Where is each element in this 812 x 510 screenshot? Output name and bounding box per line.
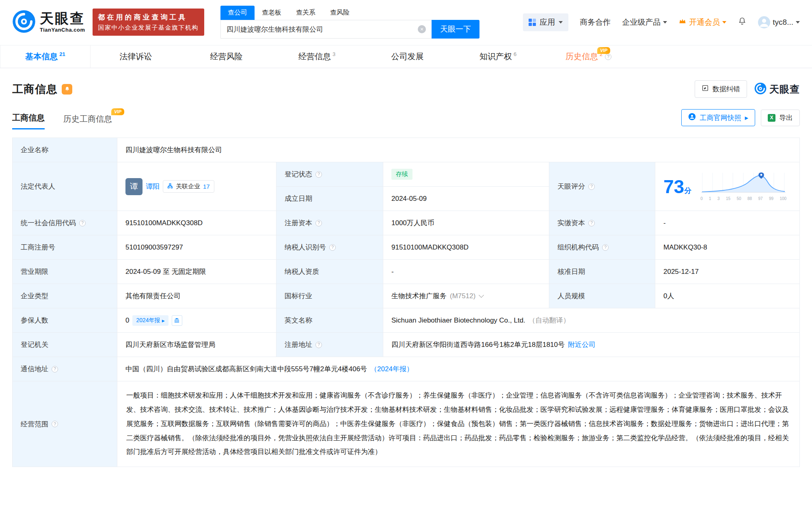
help-icon[interactable]: ? xyxy=(79,220,86,226)
tab-count: 3 xyxy=(333,51,335,57)
search-tab-relation[interactable]: 查关系 xyxy=(289,6,323,20)
page: 天眼查 TianYanCha.com 都在用的商业查询工具 国家中小企业发展子基… xyxy=(0,0,812,467)
tab-basic-info[interactable]: 基本信息 21 xyxy=(0,45,91,68)
avatar xyxy=(758,16,770,28)
field-label-credit-code: 统一社会信用代码? xyxy=(13,211,117,235)
field-value-company-type: 其他有限责任公司 xyxy=(117,284,276,308)
field-label-insured: 参保人数 xyxy=(13,308,117,333)
search-tab-company[interactable]: 查公司 xyxy=(220,6,255,20)
notifications-bell[interactable] xyxy=(738,17,747,28)
help-icon[interactable]: ? xyxy=(52,366,58,372)
legal-rep-avatar[interactable]: 谭 xyxy=(125,178,143,195)
annual-report-badge[interactable]: 2024年报▸ xyxy=(132,315,168,326)
tianyancha-mini-icon xyxy=(754,82,767,96)
tab-legal-litigation[interactable]: 法律诉讼 xyxy=(91,45,181,68)
section-title: 工商信息 xyxy=(12,82,58,97)
help-icon[interactable]: ? xyxy=(329,244,336,251)
subscribe-bell-icon[interactable] xyxy=(62,84,72,95)
subtab-row: 工商信息 历史工商信息 VIP 工商官网快照 ▸ X 导出 xyxy=(12,109,800,129)
help-icon[interactable]: ? xyxy=(605,54,611,60)
auto-translate-note: （自动翻译） xyxy=(529,316,570,325)
field-value-reg-number: 510109003597297 xyxy=(117,235,276,260)
user-menu[interactable]: tyc8... xyxy=(758,16,800,28)
vip-badge: VIP xyxy=(597,47,610,54)
help-icon[interactable]: ? xyxy=(315,220,322,226)
field-value-staff-size: 0人 xyxy=(655,284,800,308)
related-companies-tag[interactable]: 关联企业 17 xyxy=(163,180,214,193)
section-header: 工商信息 数据纠错 天眼查 xyxy=(12,80,800,98)
field-value-reg-capital: 1000万人民币 xyxy=(383,211,549,235)
clear-search-icon[interactable]: × xyxy=(418,25,426,33)
search-tab-boss[interactable]: 查老板 xyxy=(255,6,289,20)
export-button[interactable]: X 导出 xyxy=(761,110,800,126)
help-icon[interactable]: ? xyxy=(588,183,595,190)
subtab-actions: 工商官网快照 ▸ X 导出 xyxy=(681,109,800,129)
related-label: 关联企业 xyxy=(176,183,200,190)
search-button[interactable]: 天眼一下 xyxy=(432,20,479,39)
apps-grid-icon xyxy=(529,19,536,26)
logo-subtitle: TianYanCha.com xyxy=(40,27,85,33)
apps-label: 应用 xyxy=(540,17,555,28)
field-label-reg-status: 登记状态? xyxy=(276,162,383,187)
nav-business-cooperation[interactable]: 商务合作 xyxy=(580,17,611,28)
field-label-company-name: 企业名称 xyxy=(13,138,117,162)
help-icon[interactable]: ? xyxy=(52,421,58,427)
field-value-business-term: 2024-05-09 至 无固定期限 xyxy=(117,260,276,284)
chevron-down-icon xyxy=(663,21,667,24)
field-value-paid-capital: - xyxy=(655,211,800,235)
chevron-down-icon xyxy=(722,21,726,24)
subtab-business-info[interactable]: 工商信息 xyxy=(12,112,45,129)
field-value-company-name: 四川婕波噻尔生物科技有限公司 xyxy=(117,138,800,162)
nearby-companies-link[interactable]: 附近公司 xyxy=(568,340,596,349)
data-correction-button[interactable]: 数据纠错 xyxy=(695,80,747,98)
field-value-reg-address: 四川天府新区华阳街道西寺路166号1栋2单元18层1810号附近公司 xyxy=(383,333,800,357)
nav-open-vip[interactable]: 开通会员 xyxy=(678,17,726,28)
social-security-icon[interactable] xyxy=(172,315,182,326)
tab-company-development[interactable]: 公司发展 xyxy=(362,45,453,68)
field-label-reg-number: 工商注册号 xyxy=(13,235,117,260)
field-label-staff-size: 人员规模 xyxy=(549,284,655,308)
help-icon[interactable]: ? xyxy=(588,220,595,226)
help-icon[interactable]: ? xyxy=(602,244,609,251)
logo-title: 天眼查 xyxy=(40,11,85,25)
field-value-taxpayer-id: 91510100MADKKQ308D xyxy=(383,235,549,260)
annual-report-link[interactable]: （2024年报） xyxy=(370,364,413,374)
crown-icon xyxy=(678,17,687,27)
excel-icon: X xyxy=(768,114,775,122)
edit-doc-icon xyxy=(702,84,709,94)
tianyancha-logo[interactable]: 天眼查 TianYanCha.com xyxy=(12,10,85,35)
help-icon[interactable]: ? xyxy=(315,342,322,348)
subtab-history-business-info[interactable]: 历史工商信息 VIP xyxy=(63,114,112,129)
field-value-business-scope: 一般项目：细胞技术研发和应用；人体干细胞技术开发和应用；健康咨询服务（不含诊疗服… xyxy=(117,381,800,467)
company-nav-tabs: 基本信息 21 法律诉讼 经营风险 经营信息 3 公司发展 知识产权 6 VIP… xyxy=(0,45,812,68)
field-value-score[interactable]: 73分 013155 xyxy=(655,162,800,211)
field-value-reg-authority: 四川天府新区市场监督管理局 xyxy=(117,333,276,357)
chevron-down-icon xyxy=(796,21,800,24)
promo-banner[interactable]: 都在用的商业查询工具 国家中小企业发展子基金旗下机构 xyxy=(93,9,205,36)
field-value-industry: 生物技术推广服务(M7512) xyxy=(383,284,549,308)
tab-count: 21 xyxy=(59,51,65,57)
score-number: 73 xyxy=(663,176,684,197)
section-header-right: 数据纠错 天眼查 xyxy=(695,80,800,98)
tab-operation-risk[interactable]: 经营风险 xyxy=(181,45,272,68)
legal-rep-name-link[interactable]: 谭阳 xyxy=(146,182,160,191)
tab-history-info[interactable]: VIP 历史信息 2 ? xyxy=(543,45,634,68)
tab-label: 历史信息 xyxy=(566,51,598,62)
tab-operation-info[interactable]: 经营信息 3 xyxy=(272,45,362,68)
field-label-reg-address: 注册地址? xyxy=(276,333,383,357)
tab-intellectual-property[interactable]: 知识产权 6 xyxy=(453,45,543,68)
field-label-company-type: 企业类型 xyxy=(13,284,117,308)
brand-watermark: 天眼查 xyxy=(754,82,800,96)
official-snapshot-button[interactable]: 工商官网快照 ▸ xyxy=(681,109,755,126)
tab-label: 知识产权 xyxy=(479,51,512,62)
open-vip-label: 开通会员 xyxy=(689,17,720,28)
tab-label: 公司发展 xyxy=(391,51,424,62)
apps-menu[interactable]: 应用 xyxy=(523,13,568,31)
enterprise-products-label: 企业级产品 xyxy=(622,17,661,28)
search-tab-risk[interactable]: 查风险 xyxy=(323,6,357,20)
nav-enterprise-products[interactable]: 企业级产品 xyxy=(622,17,667,28)
help-icon[interactable]: ? xyxy=(315,171,322,178)
search-input[interactable] xyxy=(220,20,432,39)
tab-label: 法律诉讼 xyxy=(120,51,152,62)
chevron-down-icon[interactable] xyxy=(479,293,484,298)
